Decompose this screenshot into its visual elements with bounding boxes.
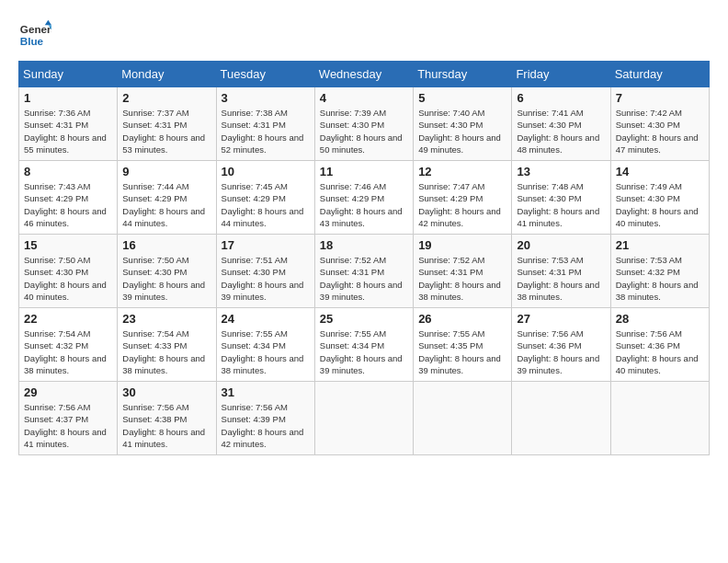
calendar-cell: 1 Sunrise: 7:36 AM Sunset: 4:31 PM Dayli… xyxy=(19,87,118,161)
calendar-cell: 23 Sunrise: 7:54 AM Sunset: 4:33 PM Dayl… xyxy=(118,308,216,382)
calendar-cell: 26 Sunrise: 7:55 AM Sunset: 4:35 PM Dayl… xyxy=(414,308,512,382)
day-number: 24 xyxy=(222,312,310,326)
day-detail: Sunrise: 7:40 AM Sunset: 4:30 PM Dayligh… xyxy=(418,107,506,155)
day-number: 1 xyxy=(24,91,112,105)
calendar-cell: 18 Sunrise: 7:52 AM Sunset: 4:31 PM Dayl… xyxy=(314,235,413,308)
day-number: 8 xyxy=(24,165,112,178)
day-detail: Sunrise: 7:42 AM Sunset: 4:30 PM Dayligh… xyxy=(616,107,704,155)
calendar-cell: 15 Sunrise: 7:50 AM Sunset: 4:30 PM Dayl… xyxy=(19,235,118,308)
calendar-cell xyxy=(610,382,709,455)
calendar-week-row: 1 Sunrise: 7:36 AM Sunset: 4:31 PM Dayli… xyxy=(19,87,710,161)
calendar-cell: 7 Sunrise: 7:42 AM Sunset: 4:30 PM Dayli… xyxy=(610,87,709,161)
logo-icon: General Blue xyxy=(18,18,51,52)
calendar-cell: 29 Sunrise: 7:56 AM Sunset: 4:37 PM Dayl… xyxy=(19,382,118,455)
calendar-cell: 3 Sunrise: 7:38 AM Sunset: 4:31 PM Dayli… xyxy=(216,87,314,161)
day-number: 29 xyxy=(24,385,112,399)
day-detail: Sunrise: 7:55 AM Sunset: 4:35 PM Dayligh… xyxy=(418,327,506,376)
day-detail: Sunrise: 7:56 AM Sunset: 4:37 PM Dayligh… xyxy=(24,401,112,450)
calendar-week-row: 22 Sunrise: 7:54 AM Sunset: 4:32 PM Dayl… xyxy=(19,308,710,382)
day-detail: Sunrise: 7:50 AM Sunset: 4:30 PM Dayligh… xyxy=(122,254,210,303)
calendar-week-row: 15 Sunrise: 7:50 AM Sunset: 4:30 PM Dayl… xyxy=(19,235,710,308)
calendar-cell: 2 Sunrise: 7:37 AM Sunset: 4:31 PM Dayli… xyxy=(118,87,216,161)
day-detail: Sunrise: 7:56 AM Sunset: 4:38 PM Dayligh… xyxy=(122,401,210,450)
calendar-table: SundayMondayTuesdayWednesdayThursdayFrid… xyxy=(18,61,710,455)
calendar-cell: 17 Sunrise: 7:51 AM Sunset: 4:30 PM Dayl… xyxy=(216,235,314,308)
calendar-cell: 21 Sunrise: 7:53 AM Sunset: 4:32 PM Dayl… xyxy=(610,235,709,308)
day-number: 6 xyxy=(517,91,605,105)
calendar-cell: 4 Sunrise: 7:39 AM Sunset: 4:30 PM Dayli… xyxy=(314,87,413,161)
day-detail: Sunrise: 7:43 AM Sunset: 4:29 PM Dayligh… xyxy=(24,180,112,229)
calendar-cell: 14 Sunrise: 7:49 AM Sunset: 4:30 PM Dayl… xyxy=(610,161,709,235)
day-detail: Sunrise: 7:36 AM Sunset: 4:31 PM Dayligh… xyxy=(24,107,112,155)
weekday-header-saturday: Saturday xyxy=(610,62,709,87)
calendar-cell: 25 Sunrise: 7:55 AM Sunset: 4:34 PM Dayl… xyxy=(314,308,413,382)
calendar-cell: 8 Sunrise: 7:43 AM Sunset: 4:29 PM Dayli… xyxy=(19,161,118,235)
day-detail: Sunrise: 7:38 AM Sunset: 4:31 PM Dayligh… xyxy=(222,107,310,155)
calendar-cell: 24 Sunrise: 7:55 AM Sunset: 4:34 PM Dayl… xyxy=(216,308,314,382)
weekday-header-monday: Monday xyxy=(118,62,216,87)
day-number: 5 xyxy=(418,91,506,105)
day-number: 7 xyxy=(616,91,704,105)
day-detail: Sunrise: 7:47 AM Sunset: 4:29 PM Dayligh… xyxy=(418,180,506,229)
weekday-header-wednesday: Wednesday xyxy=(314,62,413,87)
day-number: 18 xyxy=(320,238,408,252)
calendar-cell: 11 Sunrise: 7:46 AM Sunset: 4:29 PM Dayl… xyxy=(314,161,413,235)
calendar-week-row: 29 Sunrise: 7:56 AM Sunset: 4:37 PM Dayl… xyxy=(19,382,710,455)
day-detail: Sunrise: 7:56 AM Sunset: 4:36 PM Dayligh… xyxy=(517,327,605,376)
calendar-cell xyxy=(414,382,512,455)
day-detail: Sunrise: 7:49 AM Sunset: 4:30 PM Dayligh… xyxy=(616,180,704,229)
day-number: 10 xyxy=(222,165,310,178)
calendar-cell: 30 Sunrise: 7:56 AM Sunset: 4:38 PM Dayl… xyxy=(118,382,216,455)
day-detail: Sunrise: 7:56 AM Sunset: 4:36 PM Dayligh… xyxy=(616,327,704,376)
calendar-cell: 13 Sunrise: 7:48 AM Sunset: 4:30 PM Dayl… xyxy=(512,161,610,235)
day-number: 21 xyxy=(616,238,704,252)
day-detail: Sunrise: 7:52 AM Sunset: 4:31 PM Dayligh… xyxy=(418,254,506,303)
day-detail: Sunrise: 7:45 AM Sunset: 4:29 PM Dayligh… xyxy=(222,180,310,229)
day-number: 19 xyxy=(418,238,506,252)
calendar-week-row: 8 Sunrise: 7:43 AM Sunset: 4:29 PM Dayli… xyxy=(19,161,710,235)
day-number: 31 xyxy=(222,385,310,399)
day-number: 14 xyxy=(616,165,704,178)
day-number: 4 xyxy=(320,91,408,105)
weekday-header-friday: Friday xyxy=(512,62,610,87)
day-number: 22 xyxy=(24,312,112,326)
day-number: 16 xyxy=(122,238,210,252)
day-number: 11 xyxy=(320,165,408,178)
day-detail: Sunrise: 7:54 AM Sunset: 4:32 PM Dayligh… xyxy=(24,327,112,376)
calendar-cell: 31 Sunrise: 7:56 AM Sunset: 4:39 PM Dayl… xyxy=(216,382,314,455)
logo: General Blue xyxy=(18,18,51,52)
day-number: 9 xyxy=(122,165,210,178)
day-detail: Sunrise: 7:55 AM Sunset: 4:34 PM Dayligh… xyxy=(222,327,310,376)
weekday-header-thursday: Thursday xyxy=(414,62,512,87)
day-detail: Sunrise: 7:51 AM Sunset: 4:30 PM Dayligh… xyxy=(222,254,310,303)
day-number: 3 xyxy=(222,91,310,105)
day-number: 27 xyxy=(517,312,605,326)
calendar-cell: 16 Sunrise: 7:50 AM Sunset: 4:30 PM Dayl… xyxy=(118,235,216,308)
calendar-cell: 28 Sunrise: 7:56 AM Sunset: 4:36 PM Dayl… xyxy=(610,308,709,382)
calendar-cell: 10 Sunrise: 7:45 AM Sunset: 4:29 PM Dayl… xyxy=(216,161,314,235)
day-detail: Sunrise: 7:54 AM Sunset: 4:33 PM Dayligh… xyxy=(122,327,210,376)
day-detail: Sunrise: 7:50 AM Sunset: 4:30 PM Dayligh… xyxy=(24,254,112,303)
day-number: 20 xyxy=(517,238,605,252)
day-number: 28 xyxy=(616,312,704,326)
calendar-cell: 12 Sunrise: 7:47 AM Sunset: 4:29 PM Dayl… xyxy=(414,161,512,235)
day-detail: Sunrise: 7:39 AM Sunset: 4:30 PM Dayligh… xyxy=(320,107,408,155)
weekday-header-tuesday: Tuesday xyxy=(216,62,314,87)
day-number: 17 xyxy=(222,238,310,252)
calendar-cell: 27 Sunrise: 7:56 AM Sunset: 4:36 PM Dayl… xyxy=(512,308,610,382)
day-number: 25 xyxy=(320,312,408,326)
day-detail: Sunrise: 7:44 AM Sunset: 4:29 PM Dayligh… xyxy=(122,180,210,229)
day-detail: Sunrise: 7:53 AM Sunset: 4:32 PM Dayligh… xyxy=(616,254,704,303)
calendar-cell: 22 Sunrise: 7:54 AM Sunset: 4:32 PM Dayl… xyxy=(19,308,118,382)
svg-text:Blue: Blue xyxy=(20,35,44,47)
page-header: General Blue xyxy=(18,18,710,52)
calendar-cell: 19 Sunrise: 7:52 AM Sunset: 4:31 PM Dayl… xyxy=(414,235,512,308)
day-number: 15 xyxy=(24,238,112,252)
day-detail: Sunrise: 7:41 AM Sunset: 4:30 PM Dayligh… xyxy=(517,107,605,155)
day-detail: Sunrise: 7:46 AM Sunset: 4:29 PM Dayligh… xyxy=(320,180,408,229)
calendar-cell: 6 Sunrise: 7:41 AM Sunset: 4:30 PM Dayli… xyxy=(512,87,610,161)
day-detail: Sunrise: 7:52 AM Sunset: 4:31 PM Dayligh… xyxy=(320,254,408,303)
day-number: 26 xyxy=(418,312,506,326)
day-detail: Sunrise: 7:53 AM Sunset: 4:31 PM Dayligh… xyxy=(517,254,605,303)
day-detail: Sunrise: 7:48 AM Sunset: 4:30 PM Dayligh… xyxy=(517,180,605,229)
